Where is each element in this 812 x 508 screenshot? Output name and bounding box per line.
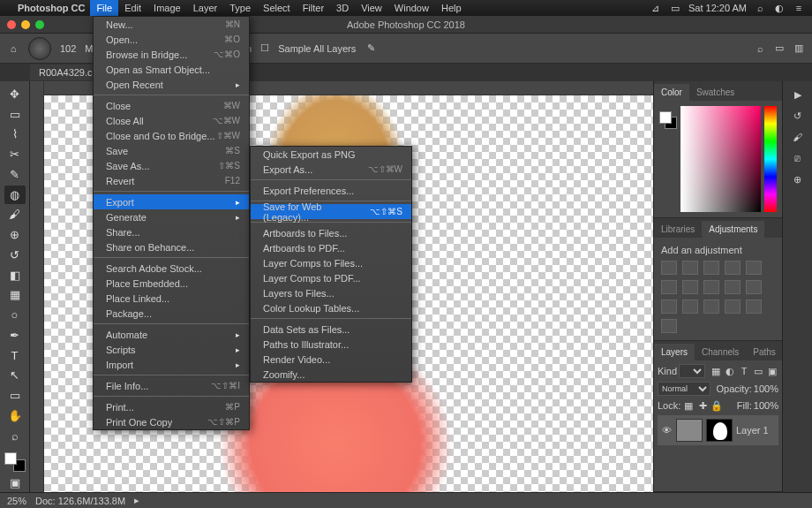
search-icon[interactable]: ⌕ [754,42,766,55]
exposure-icon[interactable] [725,261,741,275]
posterize-icon[interactable] [703,299,719,314]
eraser-tool[interactable]: ◧ [4,266,26,284]
file-menu-search-adobe-stock[interactable]: Search Adobe Stock... [94,261,249,276]
blend-mode-select[interactable]: Normal [658,382,710,396]
color-fgbg[interactable] [659,111,677,129]
file-menu-print[interactable]: Print...⌘P [94,399,249,414]
file-menu-close-and-go-to-bridge[interactable]: Close and Go to Bridge...⇧⌘W [94,128,249,143]
clone-stamp-tool[interactable]: ⊕ [4,225,26,244]
brush-panel-icon[interactable]: 🖌 [792,131,804,143]
sample-all-option[interactable]: Sample All Layers [278,43,356,54]
lock-position-icon[interactable]: ✚ [696,399,709,412]
paths-tab[interactable]: Paths [746,344,783,360]
eyedropper-tool[interactable]: ✎ [4,165,26,184]
visibility-icon[interactable]: 👁 [660,424,673,436]
menubar-edit[interactable]: Edit [118,0,147,16]
pressure-icon[interactable]: ✎ [365,42,377,55]
file-menu-scripts[interactable]: Scripts [94,342,249,357]
marquee-tool[interactable]: ▭ [4,105,26,124]
layer-name[interactable]: Layer 1 [736,425,769,436]
battery-icon[interactable]: ▭ [669,2,681,14]
menubar-view[interactable]: View [355,0,388,16]
brush-settings-icon[interactable]: ⎚ [792,152,804,164]
layers-tab[interactable]: Layers [654,344,695,360]
fill-value[interactable]: 100% [754,400,778,411]
notifications-icon[interactable]: ≡ [793,2,805,14]
menubar-layer[interactable]: Layer [187,0,224,16]
channel-mixer-icon[interactable] [746,280,762,294]
export-menu-layers-to-files[interactable]: Layers to Files... [251,285,411,300]
adj-filter-icon[interactable]: ◐ [724,365,736,377]
layer-item[interactable]: 👁 Layer 1 [658,415,778,445]
file-menu-new[interactable]: New...⌘N [94,17,249,32]
hue-slider[interactable] [764,106,777,212]
file-menu-revert[interactable]: RevertF12 [94,173,249,188]
menubar-3d[interactable]: 3D [330,0,355,16]
balance-icon[interactable] [682,280,698,294]
search-icon[interactable]: ⌕ [754,2,766,14]
export-menu-quick-export-as-png[interactable]: Quick Export as PNG [251,147,411,162]
swatches-tab[interactable]: Swatches [689,84,741,101]
file-menu-import[interactable]: Import [94,357,249,372]
share-icon[interactable]: ▭ [773,42,786,55]
lock-all-icon[interactable]: 🔒 [710,399,723,412]
doc-size[interactable]: Doc: 126.6M/133.8M [35,496,125,506]
move-tool[interactable]: ✥ [4,85,26,103]
clock[interactable]: Sat 12:20 AM [688,3,747,13]
export-menu-color-lookup-tables[interactable]: Color Lookup Tables... [251,300,411,315]
lookup-icon[interactable] [661,299,677,314]
brush-tool[interactable]: 🖌 [4,206,26,224]
file-menu-close-all[interactable]: Close All⌥⌘W [94,113,249,128]
quick-mask-tool[interactable]: ▣ [4,474,26,492]
smart-filter-icon[interactable]: ▣ [766,365,778,377]
menubar-window[interactable]: Window [388,0,435,16]
workspace-icon[interactable]: ▥ [793,42,805,55]
export-menu-export-preferences[interactable]: Export Preferences... [251,183,411,198]
export-menu-save-for-web-legacy[interactable]: Save for Web (Legacy)...⌥⇧⌘S [251,204,411,219]
invert-icon[interactable] [682,299,698,314]
history-brush-tool[interactable]: ↺ [4,246,26,264]
file-menu-close[interactable]: Close⌘W [94,98,249,113]
file-menu-file-info[interactable]: File Info...⌥⇧⌘I [94,378,249,393]
channels-tab[interactable]: Channels [695,344,746,360]
menubar-file[interactable]: File [90,0,118,16]
brightness-icon[interactable] [661,261,677,275]
path-tool[interactable]: ↖ [4,367,26,385]
layer-thumbnail[interactable] [676,419,703,442]
crop-tool[interactable]: ✂ [4,145,26,163]
clone-source-icon[interactable]: ⊕ [792,173,804,186]
ruler-vertical[interactable] [30,81,44,492]
vibrance-icon[interactable] [746,261,762,275]
file-menu-save[interactable]: Save⌘S [94,143,249,158]
file-menu-share[interactable]: Share... [94,224,249,239]
layer-mask-thumbnail[interactable] [706,419,733,442]
lasso-tool[interactable]: ⌇ [4,125,26,144]
healing-brush-tool[interactable]: ◍ [4,186,26,204]
kind-select[interactable] [679,364,705,378]
libraries-tab[interactable]: Libraries [654,221,702,238]
dodge-tool[interactable]: ○ [4,306,26,324]
menubar-help[interactable]: Help [435,0,468,16]
type-tool[interactable]: T [4,346,26,365]
menubar-image[interactable]: Image [147,0,187,16]
export-menu-paths-to-illustrator[interactable]: Paths to Illustrator... [251,337,411,352]
history-icon[interactable]: ↺ [792,110,804,122]
hand-tool[interactable]: ✋ [4,406,26,425]
file-menu-save-as[interactable]: Save As...⇧⌘S [94,158,249,173]
bw-icon[interactable] [703,280,719,294]
play-icon[interactable]: ▶ [792,88,804,101]
zoom-level[interactable]: 25% [7,496,26,506]
file-menu-open-recent[interactable]: Open Recent [94,77,249,92]
adjustments-tab[interactable]: Adjustments [702,221,764,238]
shape-filter-icon[interactable]: ▭ [752,365,764,377]
brush-preview[interactable] [28,37,51,60]
file-menu-generate[interactable]: Generate [94,209,249,224]
file-menu-place-embedded[interactable]: Place Embedded... [94,276,249,291]
file-menu-browse-in-bridge[interactable]: Browse in Bridge...⌥⌘O [94,47,249,62]
foreground-background[interactable] [4,452,26,473]
menubar-filter[interactable]: Filter [297,0,330,16]
lock-pixels-icon[interactable]: ▦ [682,399,695,412]
profile-icon[interactable]: ◐ [773,2,786,14]
color-gradient[interactable] [680,106,761,212]
gradient-map-icon[interactable] [746,299,762,314]
